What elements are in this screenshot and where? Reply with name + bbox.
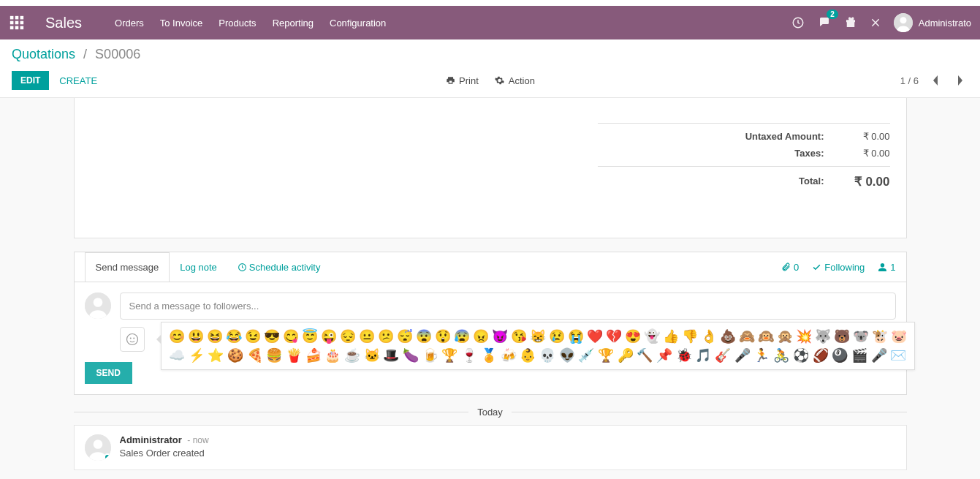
emoji[interactable]: 💔: [606, 327, 622, 346]
emoji[interactable]: 💩: [720, 327, 736, 346]
nav-products[interactable]: Products: [219, 18, 256, 29]
send-button[interactable]: SEND: [85, 362, 132, 384]
following-button[interactable]: Following: [812, 262, 865, 273]
action-button[interactable]: Action: [495, 75, 535, 86]
emoji[interactable]: 😘: [511, 327, 527, 346]
emoji[interactable]: 🎤: [734, 346, 751, 365]
emoji[interactable]: 😭: [568, 327, 584, 346]
emoji[interactable]: 🎩: [383, 346, 400, 365]
emoji[interactable]: ✉️: [890, 346, 907, 365]
emoji[interactable]: 🐞: [675, 346, 692, 365]
breadcrumb-root[interactable]: Quotations: [12, 47, 75, 61]
emoji[interactable]: 🍪: [227, 346, 244, 365]
emoji[interactable]: 💉: [578, 346, 595, 365]
emoji[interactable]: 👽: [558, 346, 575, 365]
emoji[interactable]: 🔑: [617, 346, 634, 365]
emoji[interactable]: 👍: [663, 327, 679, 346]
emoji[interactable]: ☁️: [169, 346, 186, 365]
emoji[interactable]: 😠: [473, 327, 489, 346]
emoji[interactable]: 😈: [492, 327, 508, 346]
emoji[interactable]: 😴: [397, 327, 413, 346]
emoji[interactable]: 👌: [701, 327, 717, 346]
nav-to-invoice[interactable]: To Invoice: [160, 18, 203, 29]
emoji[interactable]: 💥: [796, 327, 812, 346]
emoji[interactable]: 😇: [302, 327, 318, 346]
gift-icon[interactable]: [844, 16, 857, 29]
emoji-picker-button[interactable]: [120, 327, 145, 352]
nav-configuration[interactable]: Configuration: [330, 18, 386, 29]
emoji[interactable]: 🎱: [832, 346, 848, 365]
emoji[interactable]: 🍆: [403, 346, 419, 365]
emoji[interactable]: 🔨: [637, 346, 653, 365]
emoji[interactable]: 🐺: [815, 327, 831, 346]
emoji[interactable]: 🍔: [266, 346, 283, 365]
emoji[interactable]: 🏆: [598, 346, 615, 365]
emoji[interactable]: ⚽: [793, 346, 810, 365]
tab-send-message[interactable]: Send message: [85, 252, 170, 282]
emoji[interactable]: 🏈: [812, 346, 829, 365]
emoji[interactable]: 🍕: [246, 346, 263, 365]
emoji[interactable]: 😨: [416, 327, 432, 346]
emoji[interactable]: 🐻: [834, 327, 850, 346]
pager-prev[interactable]: [927, 72, 943, 88]
emoji[interactable]: ⚡: [188, 346, 205, 365]
emoji[interactable]: 👶: [520, 346, 536, 365]
emoji[interactable]: 🍻: [500, 346, 517, 365]
tab-schedule-activity[interactable]: Schedule activity: [227, 253, 331, 282]
emoji[interactable]: 😔: [340, 327, 356, 346]
clock-icon[interactable]: [791, 16, 805, 29]
emoji[interactable]: 😲: [435, 327, 451, 346]
emoji[interactable]: ☕: [344, 346, 361, 365]
emoji[interactable]: 🎂: [324, 346, 341, 365]
composer-input[interactable]: Send a message to followers...: [120, 293, 896, 320]
close-icon[interactable]: [870, 18, 881, 28]
emoji[interactable]: 👎: [682, 327, 698, 346]
emoji[interactable]: 😋: [283, 327, 299, 346]
emoji[interactable]: 🙈: [739, 327, 755, 346]
emoji[interactable]: 💀: [539, 346, 556, 365]
emoji[interactable]: 🏆: [441, 346, 458, 365]
emoji[interactable]: 😃: [188, 327, 204, 346]
pager[interactable]: 1 / 6: [900, 75, 919, 86]
emoji[interactable]: 🏅: [481, 346, 498, 365]
emoji[interactable]: 😰: [454, 327, 470, 346]
pager-next[interactable]: [952, 72, 968, 88]
emoji[interactable]: 🍟: [286, 346, 303, 365]
user-menu[interactable]: Administrato: [894, 13, 971, 32]
emoji[interactable]: 🙊: [777, 327, 793, 346]
attachments-button[interactable]: 0: [781, 262, 799, 273]
emoji[interactable]: 😢: [549, 327, 565, 346]
print-button[interactable]: Print: [445, 75, 479, 86]
discuss-icon[interactable]: 2: [818, 15, 831, 31]
emoji[interactable]: ⭐: [208, 346, 224, 365]
emoji[interactable]: 🚴: [773, 346, 790, 365]
emoji[interactable]: 📌: [656, 346, 673, 365]
emoji[interactable]: 🍰: [305, 346, 322, 365]
message-author[interactable]: Administrator: [120, 434, 182, 445]
brand-title[interactable]: Sales: [45, 15, 82, 31]
emoji[interactable]: 😎: [264, 327, 280, 346]
apps-icon[interactable]: [9, 15, 25, 31]
create-button[interactable]: CREATE: [59, 75, 97, 86]
nav-orders[interactable]: Orders: [115, 18, 144, 29]
emoji[interactable]: 🐱: [363, 346, 380, 365]
emoji[interactable]: 😐: [359, 327, 375, 346]
emoji[interactable]: 😂: [226, 327, 242, 346]
emoji[interactable]: 🎤: [870, 346, 887, 365]
emoji[interactable]: 😕: [378, 327, 394, 346]
emoji[interactable]: 🎵: [695, 346, 712, 365]
emoji[interactable]: 🍺: [422, 346, 438, 365]
emoji[interactable]: 🐮: [872, 327, 888, 346]
tab-log-note[interactable]: Log note: [170, 253, 227, 282]
emoji[interactable]: 😜: [321, 327, 337, 346]
edit-button[interactable]: EDIT: [12, 71, 49, 90]
emoji[interactable]: 😸: [530, 327, 546, 346]
emoji[interactable]: 🐷: [891, 327, 907, 346]
emoji[interactable]: 🎬: [851, 346, 868, 365]
emoji[interactable]: 😍: [625, 327, 641, 346]
emoji[interactable]: 👻: [644, 327, 660, 346]
emoji[interactable]: 🙉: [758, 327, 774, 346]
followers-button[interactable]: 1: [878, 262, 895, 273]
emoji[interactable]: 🏃: [753, 346, 770, 365]
emoji[interactable]: 😉: [245, 327, 261, 346]
